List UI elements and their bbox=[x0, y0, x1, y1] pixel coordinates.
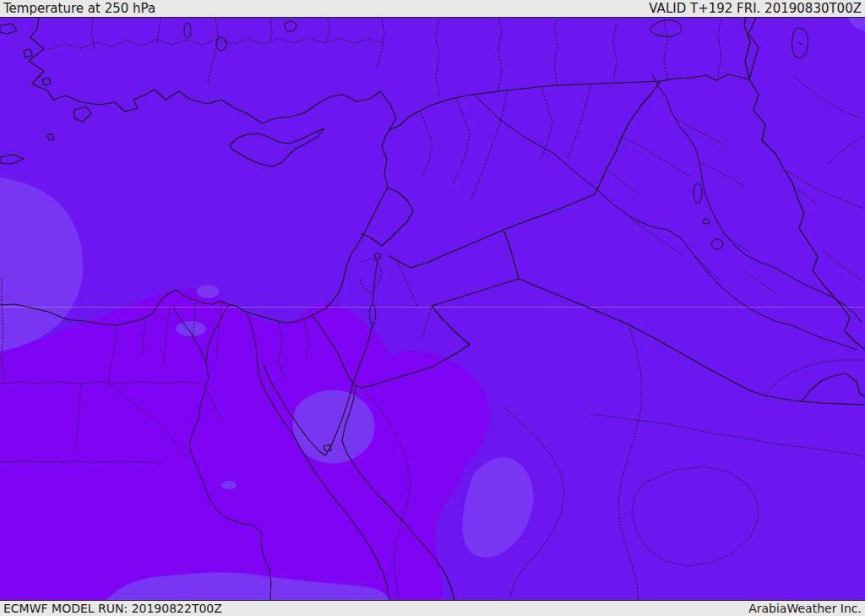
map-canvas bbox=[0, 18, 865, 600]
weather-map-screenshot: Temperature at 250 hPa VALID T+192 FRI. … bbox=[0, 0, 865, 616]
model-run-label: ECMWF MODEL RUN: 20190822T00Z bbox=[3, 602, 222, 615]
header-bar: Temperature at 250 hPa VALID T+192 FRI. … bbox=[0, 0, 865, 18]
band-cool-delta-blob bbox=[197, 285, 219, 298]
temperature-map-svg bbox=[0, 18, 865, 600]
brand-label: ArabiaWeather Inc. bbox=[748, 602, 862, 615]
footer-bar: ECMWF MODEL RUN: 20190822T00Z ArabiaWeat… bbox=[0, 600, 865, 616]
map-title: Temperature at 250 hPa bbox=[3, 1, 155, 16]
band-cool-nile-blob bbox=[221, 481, 237, 489]
band-cool-suez bbox=[293, 390, 375, 463]
band-cool-cairo-blob bbox=[176, 321, 206, 336]
valid-time-label: VALID T+192 FRI. 20190830T00Z bbox=[649, 1, 862, 16]
